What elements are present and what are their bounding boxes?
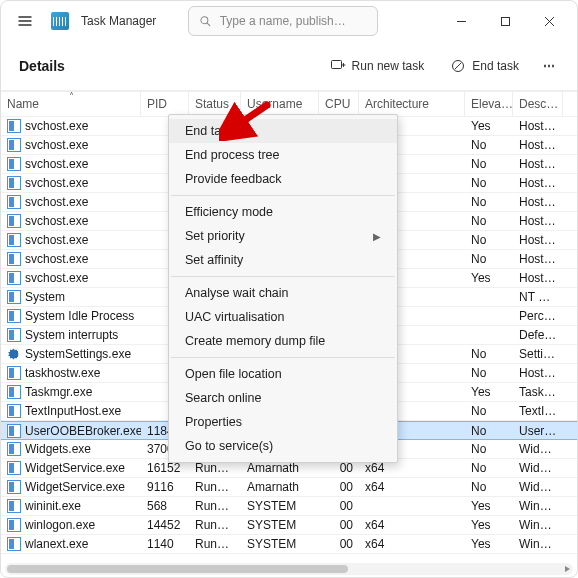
cell-cpu: 00 bbox=[319, 480, 359, 494]
minimize-icon bbox=[456, 16, 467, 27]
process-name: SystemSettings.exe bbox=[25, 347, 131, 361]
close-button[interactable] bbox=[527, 5, 571, 37]
table-row[interactable]: WidgetService.exe9116Run…Amarnath00x64No… bbox=[1, 478, 577, 497]
cell-user: SYSTEM bbox=[241, 518, 319, 532]
cell-description: Win… bbox=[513, 518, 563, 532]
cell-status: Run… bbox=[189, 537, 241, 551]
horizontal-scrollbar[interactable] bbox=[5, 563, 573, 575]
end-task-icon bbox=[450, 58, 466, 74]
cell-elevated: No bbox=[465, 442, 513, 456]
process-icon bbox=[7, 176, 21, 190]
process-icon bbox=[7, 461, 21, 475]
context-menu-label: UAC virtualisation bbox=[185, 310, 284, 324]
end-task-button[interactable]: End task bbox=[440, 52, 529, 80]
cell-user: SYSTEM bbox=[241, 537, 319, 551]
process-name: svchost.exe bbox=[25, 271, 88, 285]
process-name: svchost.exe bbox=[25, 176, 88, 190]
cell-description: Win… bbox=[513, 499, 563, 513]
svg-rect-1 bbox=[501, 17, 509, 25]
search-box[interactable] bbox=[188, 6, 378, 36]
app-icon bbox=[51, 12, 69, 30]
cell-description: Wid… bbox=[513, 442, 563, 456]
cell-user: Amarnath bbox=[241, 480, 319, 494]
context-menu-item[interactable]: UAC virtualisation bbox=[169, 305, 397, 329]
cell-elevated: Yes bbox=[465, 518, 513, 532]
cell-description: Host… bbox=[513, 138, 563, 152]
process-icon bbox=[7, 290, 21, 304]
process-icon bbox=[7, 119, 21, 133]
hamburger-menu-button[interactable] bbox=[7, 3, 43, 39]
table-row[interactable]: winlogon.exe14452Run…SYSTEM00x64YesWin… bbox=[1, 516, 577, 535]
process-name: winlogon.exe bbox=[25, 518, 95, 532]
cell-elevated: Yes bbox=[465, 537, 513, 551]
cell-status: Run… bbox=[189, 461, 241, 475]
maximize-button[interactable] bbox=[483, 5, 527, 37]
context-menu-item[interactable]: Go to service(s) bbox=[169, 434, 397, 458]
cell-elevated: Yes bbox=[465, 385, 513, 399]
cell-description: Host… bbox=[513, 271, 563, 285]
context-menu: End taskEnd process treeProvide feedback… bbox=[168, 114, 398, 463]
table-row[interactable]: wlanext.exe1140Run…SYSTEM00x64YesWin… bbox=[1, 535, 577, 554]
context-menu-item[interactable]: Set affinity bbox=[169, 248, 397, 272]
cell-description: User … bbox=[513, 424, 563, 438]
col-description[interactable]: Desc… bbox=[513, 92, 563, 116]
cell-elevated: No bbox=[465, 404, 513, 418]
cell-elevated: No bbox=[465, 176, 513, 190]
context-menu-item[interactable]: Provide feedback bbox=[169, 167, 397, 191]
context-menu-item[interactable]: Properties bbox=[169, 410, 397, 434]
process-name: svchost.exe bbox=[25, 195, 88, 209]
col-pid[interactable]: PID bbox=[141, 92, 189, 116]
process-name: svchost.exe bbox=[25, 214, 88, 228]
cell-elevated: No bbox=[465, 157, 513, 171]
minimize-button[interactable] bbox=[439, 5, 483, 37]
cell-status: Run… bbox=[189, 499, 241, 513]
context-menu-item[interactable]: Efficiency mode bbox=[169, 200, 397, 224]
window-controls bbox=[439, 5, 571, 37]
process-icon bbox=[7, 195, 21, 209]
cell-description: NT K… bbox=[513, 290, 563, 304]
table-row[interactable]: wininit.exe568Run…SYSTEM00YesWin… bbox=[1, 497, 577, 516]
run-new-task-button[interactable]: Run new task bbox=[320, 52, 435, 80]
col-elevated[interactable]: Eleva… bbox=[465, 92, 513, 116]
cell-arch: x64 bbox=[359, 537, 465, 551]
cell-description: Host… bbox=[513, 366, 563, 380]
close-icon bbox=[544, 16, 555, 27]
process-icon bbox=[7, 480, 21, 494]
end-task-label: End task bbox=[472, 59, 519, 73]
cell-user: Amarnath bbox=[241, 461, 319, 475]
more-button[interactable]: ⋯ bbox=[535, 53, 563, 79]
svg-point-0 bbox=[201, 17, 208, 24]
process-name: svchost.exe bbox=[25, 157, 88, 171]
context-menu-item[interactable]: End process tree bbox=[169, 143, 397, 167]
col-architecture[interactable]: Architecture bbox=[359, 92, 465, 116]
cell-description: Wid… bbox=[513, 461, 563, 475]
cell-description: Host… bbox=[513, 233, 563, 247]
process-name: System Idle Process bbox=[25, 309, 134, 323]
context-menu-item[interactable]: Create memory dump file bbox=[169, 329, 397, 353]
process-name: System bbox=[25, 290, 65, 304]
search-input[interactable] bbox=[220, 14, 368, 28]
cell-status: Run… bbox=[189, 480, 241, 494]
col-status[interactable]: Status bbox=[189, 92, 241, 116]
cell-description: Host… bbox=[513, 157, 563, 171]
context-menu-item[interactable]: Set priority▶ bbox=[169, 224, 397, 248]
process-name: wininit.exe bbox=[25, 499, 81, 513]
cell-pid: 568 bbox=[141, 499, 189, 513]
cell-elevated: Yes bbox=[465, 119, 513, 133]
cell-arch: x64 bbox=[359, 518, 465, 532]
process-name: taskhostw.exe bbox=[25, 366, 100, 380]
col-cpu[interactable]: CPU bbox=[319, 92, 359, 116]
process-icon bbox=[7, 157, 21, 171]
process-name: Widgets.exe bbox=[25, 442, 91, 456]
process-icon bbox=[7, 328, 21, 342]
context-menu-item[interactable]: Analyse wait chain bbox=[169, 281, 397, 305]
col-username[interactable]: Username bbox=[241, 92, 319, 116]
cell-arch: x64 bbox=[359, 480, 465, 494]
process-name: WidgetService.exe bbox=[25, 480, 125, 494]
context-menu-item[interactable]: Search online bbox=[169, 386, 397, 410]
process-name: UserOOBEBroker.exe bbox=[25, 424, 141, 438]
maximize-icon bbox=[500, 16, 511, 27]
context-menu-item[interactable]: Open file location bbox=[169, 362, 397, 386]
context-menu-item[interactable]: End task bbox=[169, 119, 397, 143]
process-name: WidgetService.exe bbox=[25, 461, 125, 475]
